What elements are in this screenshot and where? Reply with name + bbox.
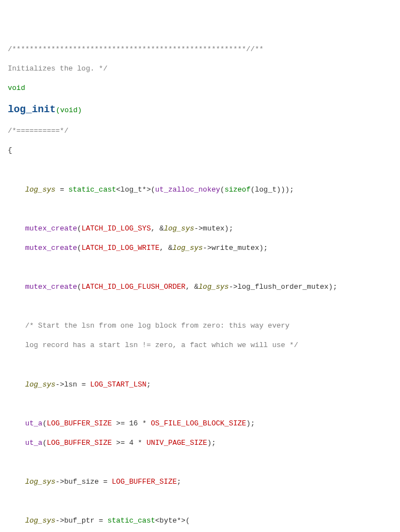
- code-line: log_sys->buf_size = LOG_BUFFER_SIZE;: [8, 477, 392, 487]
- variable: log_sys: [25, 516, 56, 525]
- params: (void): [56, 106, 82, 114]
- macro: LOG_BUFFER_SIZE: [112, 478, 177, 486]
- comment: /*==========*/: [8, 127, 68, 135]
- func-call: ut_a: [25, 439, 42, 447]
- code-line: Initializes the log. */: [8, 64, 392, 74]
- variable: log_sys: [25, 185, 56, 194]
- variable: log_sys: [164, 224, 194, 233]
- code-line: mutex_create(LATCH_ID_LOG_FLUSH_ORDER, &…: [8, 282, 392, 292]
- variable: log_sys: [198, 283, 229, 291]
- macro: LOG_BUFFER_SIZE: [47, 439, 112, 447]
- code-line: log_sys->buf_ptr = static_cast<byte*>(: [8, 516, 392, 526]
- keyword: static_cast: [107, 516, 155, 525]
- macro: UNIV_PAGE_SIZE: [147, 439, 207, 447]
- blank-line: [8, 458, 392, 468]
- comment: log record has a start lsn != zero, a fa…: [25, 341, 298, 349]
- blank-line: [8, 399, 392, 409]
- code-line: mutex_create(LATCH_ID_LOG_WRITE, &log_sy…: [8, 243, 392, 253]
- brace: {: [8, 145, 392, 155]
- blank-line: [8, 360, 392, 370]
- blank-line: [8, 204, 392, 214]
- blank-line: [8, 263, 392, 273]
- keyword: void: [8, 84, 25, 92]
- func-call: mutex_create: [25, 224, 77, 233]
- code-line: /***************************************…: [8, 44, 392, 54]
- variable: log_sys: [173, 244, 203, 252]
- func-call: mutex_create: [25, 283, 77, 291]
- macro: OS_FILE_LOG_BLOCK_SIZE: [151, 419, 247, 428]
- comment: /***************************************…: [8, 45, 263, 53]
- macro: LOG_BUFFER_SIZE: [47, 419, 112, 428]
- macro: LATCH_ID_LOG_SYS: [82, 224, 151, 233]
- code-line: log_sys = static_cast<log_t*>(ut_zalloc_…: [8, 185, 392, 195]
- blank-line: [8, 496, 392, 506]
- func-call: ut_zalloc_nokey: [155, 185, 220, 194]
- code-line: ut_a(LOG_BUFFER_SIZE >= 16 * OS_FILE_LOG…: [8, 419, 392, 429]
- func-decl-line: log_init(void): [8, 103, 392, 116]
- func-call: ut_a: [25, 419, 42, 428]
- blank-line: [8, 302, 392, 312]
- function-name: log_init: [8, 104, 56, 115]
- code-line: log record has a start lsn != zero, a fa…: [8, 340, 392, 350]
- code-line: /*==========*/: [8, 126, 392, 136]
- keyword: sizeof: [224, 185, 251, 194]
- blank-line: [8, 165, 392, 175]
- variable: log_sys: [25, 380, 56, 389]
- comment: /* Start the lsn from one log block from…: [25, 322, 289, 330]
- func-call: mutex_create: [25, 244, 77, 252]
- macro: LATCH_ID_LOG_FLUSH_ORDER: [82, 283, 186, 291]
- code-line: /* Start the lsn from one log block from…: [8, 321, 392, 331]
- macro: LOG_START_LSN: [90, 380, 146, 389]
- code-line: mutex_create(LATCH_ID_LOG_SYS, &log_sys-…: [8, 224, 392, 234]
- code-line: log_sys->lsn = LOG_START_LSN;: [8, 380, 392, 390]
- keyword: static_cast: [68, 185, 116, 194]
- comment: Initializes the log. */: [8, 64, 107, 73]
- code-line: ut_a(LOG_BUFFER_SIZE >= 4 * UNIV_PAGE_SI…: [8, 438, 392, 448]
- macro: LATCH_ID_LOG_WRITE: [82, 244, 159, 252]
- code-line: void: [8, 83, 392, 93]
- variable: log_sys: [25, 478, 56, 486]
